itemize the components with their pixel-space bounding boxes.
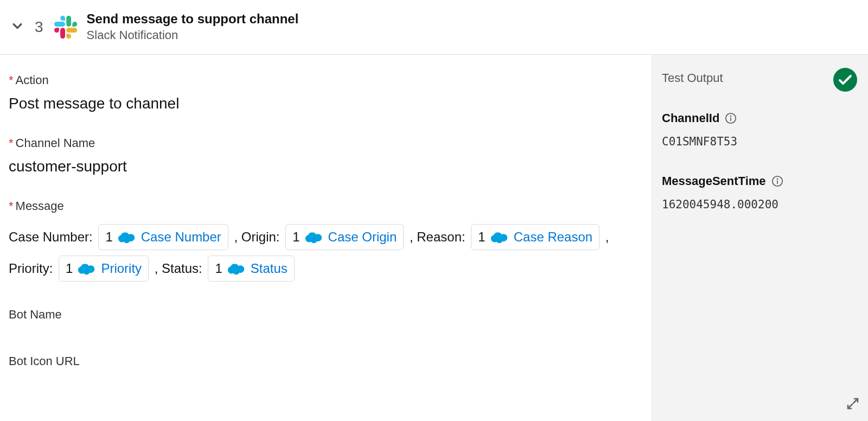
pill-field-label: Case Origin <box>328 222 397 252</box>
info-icon[interactable] <box>725 112 737 124</box>
pill-field-label: Status <box>251 253 288 284</box>
slack-icon <box>54 16 77 39</box>
pill-step-index: 1 <box>105 222 112 252</box>
message-label: *Message <box>9 199 642 213</box>
form-panel: *Action Post message to channel *Channel… <box>0 55 651 421</box>
pill-step-index: 1 <box>66 253 73 284</box>
svg-point-0 <box>833 68 857 92</box>
pill-step-index: 1 <box>292 222 299 252</box>
output-channelid-label: ChannelId <box>662 111 857 125</box>
pill-step-index: 1 <box>478 222 485 252</box>
bot-name-label: Bot Name <box>9 308 642 322</box>
pill-status[interactable]: 1 Status <box>208 256 294 282</box>
required-asterisk: * <box>9 199 14 213</box>
pill-field-label: Priority <box>101 253 142 284</box>
svg-rect-6 <box>777 181 778 184</box>
step-subtitle: Slack Notification <box>87 28 299 42</box>
salesforce-icon <box>491 231 509 244</box>
step-header: 3 Send message to support channel Slack … <box>0 0 868 55</box>
output-channelid-value: C01SMNF8T53 <box>662 135 857 148</box>
test-output-title: Test Output <box>662 71 857 85</box>
message-text: , Reason: <box>410 229 469 244</box>
required-asterisk: * <box>9 73 14 87</box>
svg-point-2 <box>730 116 732 117</box>
chevron-down-icon[interactable] <box>10 18 25 36</box>
pill-priority[interactable]: 1 Priority <box>59 256 149 282</box>
svg-rect-3 <box>730 118 731 121</box>
salesforce-icon <box>118 231 137 244</box>
salesforce-icon <box>305 231 324 244</box>
info-icon[interactable] <box>771 175 783 187</box>
step-title: Send message to support channel <box>87 12 299 26</box>
salesforce-icon <box>228 262 246 275</box>
pill-field-label: Case Reason <box>514 222 592 252</box>
pill-case-reason[interactable]: 1 Case Reason <box>471 224 599 250</box>
required-asterisk: * <box>9 136 14 150</box>
message-text: , <box>605 229 609 244</box>
channel-name-value[interactable]: customer-support <box>9 158 642 175</box>
expand-icon[interactable] <box>846 397 859 412</box>
output-messagesenttime-label: MessageSentTime <box>662 174 857 188</box>
channel-name-label: *Channel Name <box>9 136 642 150</box>
salesforce-icon <box>78 262 97 275</box>
pill-field-label: Case Number <box>141 222 221 252</box>
pill-case-origin[interactable]: 1 Case Origin <box>285 224 404 250</box>
message-value[interactable]: Case Number: 1 Case Number , Origin: 1 C… <box>9 221 642 283</box>
message-text: , Origin: <box>234 229 283 244</box>
success-check-icon <box>833 68 857 92</box>
action-value[interactable]: Post message to channel <box>9 95 642 112</box>
step-number: 3 <box>35 18 43 36</box>
message-text: Priority: <box>9 261 56 276</box>
test-output-panel: Test Output ChannelId C01SMNF8T53 Messag… <box>651 55 868 421</box>
pill-case-number[interactable]: 1 Case Number <box>98 224 228 250</box>
bot-icon-url-label: Bot Icon URL <box>9 354 642 368</box>
pill-step-index: 1 <box>215 253 222 284</box>
output-messagesenttime-value: 1620045948.000200 <box>662 198 857 211</box>
message-text: , Status: <box>155 261 206 276</box>
action-label: *Action <box>9 73 642 87</box>
svg-point-5 <box>776 178 778 180</box>
message-text: Case Number: <box>9 229 96 244</box>
